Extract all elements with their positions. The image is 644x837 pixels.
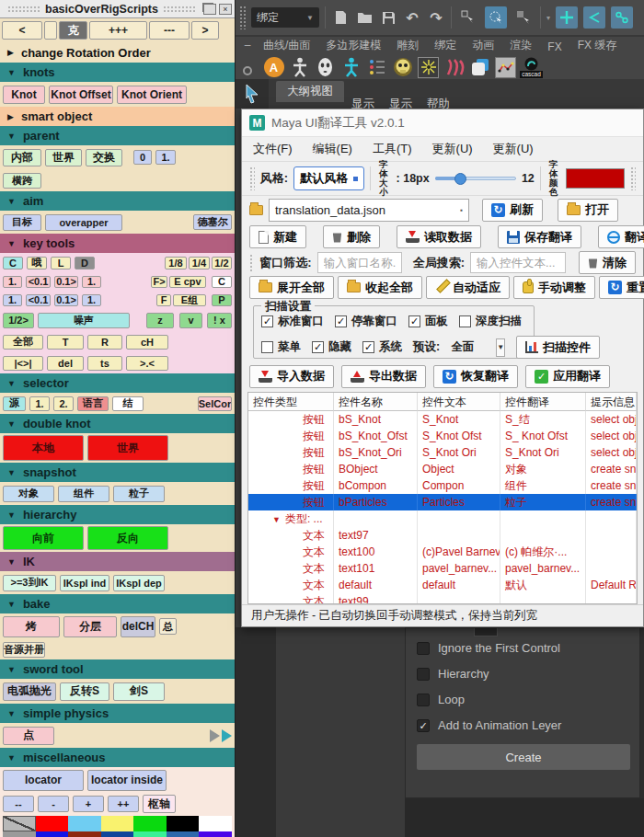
- section-header[interactable]: ▼key tools: [0, 234, 235, 253]
- color-swatch[interactable]: [133, 831, 167, 837]
- save-translation-button[interactable]: 保存翻译: [498, 225, 581, 248]
- table-row[interactable]: 文本defaultdefault默认Default Rota: [248, 577, 637, 593]
- lasso-select-tool-icon[interactable]: [485, 6, 507, 29]
- panel-button[interactable]: R: [87, 335, 122, 350]
- no-color-swatch[interactable]: [3, 816, 36, 831]
- expand-all-button[interactable]: 展开全部: [249, 276, 334, 299]
- color-swatch[interactable]: [167, 816, 200, 831]
- drag-handle-dots[interactable]: [163, 6, 196, 13]
- create-button[interactable]: Create: [417, 744, 630, 770]
- checkbox-box-icon[interactable]: ✓: [335, 315, 347, 327]
- section-header[interactable]: ▼parent: [0, 126, 235, 145]
- color-swatch[interactable]: [3, 831, 36, 837]
- panel-button[interactable]: 枢轴: [143, 795, 176, 813]
- panel-button[interactable]: Knot: [3, 86, 45, 104]
- panel-button[interactable]: 1/4: [189, 257, 210, 269]
- menu-item[interactable]: 更新(U): [432, 141, 473, 157]
- panel-button[interactable]: F>: [151, 276, 167, 288]
- dialog-titlebar[interactable]: M Maya UI翻译工具 v2.0.1: [242, 109, 643, 137]
- panel-button[interactable]: 1/8: [165, 257, 187, 269]
- close-icon[interactable]: ×: [219, 4, 232, 15]
- panel-button[interactable]: 向前: [3, 526, 84, 550]
- panel-button[interactable]: 源: [3, 396, 26, 411]
- section-header[interactable]: ▼sword tool: [0, 659, 235, 679]
- save-scene-icon[interactable]: [379, 8, 397, 27]
- panel-button[interactable]: 1.: [82, 294, 101, 306]
- panel-button[interactable]: 组件: [58, 486, 109, 502]
- graph-icon[interactable]: [495, 57, 516, 78]
- shelf-tab[interactable]: 曲线/曲面: [263, 38, 310, 53]
- color-swatch[interactable]: [101, 831, 134, 837]
- skull-icon[interactable]: [392, 57, 413, 78]
- redo-icon[interactable]: ↷: [427, 8, 445, 27]
- menu-item[interactable]: 显示: [389, 97, 412, 109]
- float-window-icon[interactable]: [203, 4, 216, 15]
- panel-button[interactable]: F: [156, 294, 171, 306]
- translate-tool-button[interactable]: 翻译工具: [598, 225, 644, 248]
- panel-button[interactable]: >.<: [126, 356, 168, 371]
- font-color-swatch[interactable]: [566, 168, 625, 189]
- import-data-button[interactable]: 导入数据: [249, 365, 334, 388]
- preset-dropdown-button[interactable]: ▼: [496, 338, 505, 357]
- panel-button[interactable]: <0.1: [26, 276, 51, 288]
- restore-translation-button[interactable]: ↻恢复翻译: [433, 365, 518, 388]
- table-header-cell[interactable]: 控件翻译: [500, 393, 586, 411]
- global-search-input[interactable]: [470, 252, 566, 273]
- panel-button[interactable]: E组: [173, 294, 206, 306]
- shelf-tab[interactable]: 动画: [472, 38, 494, 53]
- play-icon[interactable]: [210, 729, 220, 742]
- open-button[interactable]: 打开: [558, 199, 618, 222]
- select-cursor-icon[interactable]: [236, 79, 269, 109]
- shelf-tab[interactable]: FX 缓存: [578, 38, 617, 53]
- panel-button[interactable]: 2.: [53, 396, 74, 411]
- color-swatch[interactable]: [199, 816, 232, 831]
- panel-button[interactable]: 0.1>: [54, 276, 78, 288]
- table-row[interactable]: 按钮bS_KnotS_KnotS_结select object: [248, 411, 637, 428]
- checkbox-box-icon[interactable]: ✓: [417, 719, 430, 732]
- panel-button[interactable]: 1.: [3, 276, 22, 288]
- color-swatch[interactable]: [101, 816, 134, 831]
- checkbox[interactable]: Ignore the First Control: [417, 641, 639, 655]
- panel-button[interactable]: 烤: [3, 616, 60, 637]
- panel-button[interactable]: 反向: [87, 526, 168, 550]
- font-size-slider[interactable]: [435, 173, 516, 184]
- panel-button[interactable]: D: [75, 257, 95, 269]
- menu-item[interactable]: 帮助: [427, 97, 450, 109]
- panel-button[interactable]: E cpv: [169, 276, 206, 288]
- panel-button[interactable]: ! x: [207, 313, 232, 328]
- open-scene-icon[interactable]: [355, 8, 374, 27]
- panel-button[interactable]: v: [179, 313, 202, 328]
- checkbox-box-icon[interactable]: [417, 642, 430, 655]
- panel-button[interactable]: L: [51, 257, 71, 269]
- refresh-button[interactable]: ↻刷新: [482, 199, 543, 222]
- section-header[interactable]: ▶smart object: [0, 107, 235, 126]
- window-filter-input[interactable]: [317, 252, 402, 273]
- cascadeur-icon[interactable]: cascad: [521, 55, 542, 79]
- section-header[interactable]: ▼IK: [0, 552, 235, 571]
- undo-icon[interactable]: ↶: [403, 8, 421, 27]
- menu-item[interactable]: 工具(T): [373, 141, 412, 157]
- section-header[interactable]: ▼aim: [0, 191, 235, 211]
- checkbox-box-icon[interactable]: ✓: [362, 341, 374, 353]
- menu-item[interactable]: 文件(F): [253, 141, 293, 157]
- panel-button[interactable]: 1.: [82, 276, 101, 288]
- menu-item[interactable]: 编辑(E): [313, 141, 352, 157]
- toolbar-drag-handle[interactable]: [239, 6, 246, 29]
- panel-button[interactable]: C: [212, 276, 232, 288]
- panel-button[interactable]: 内部: [3, 149, 41, 166]
- cube-icon[interactable]: [469, 57, 490, 78]
- section-header[interactable]: ▼bake: [0, 594, 235, 613]
- panel-button[interactable]: 1.: [155, 150, 176, 165]
- character-cyan-icon[interactable]: [340, 57, 362, 78]
- panel-button[interactable]: 世界: [87, 435, 168, 461]
- panel-button[interactable]: Knot Orient: [117, 86, 187, 104]
- checkbox[interactable]: 菜单: [261, 339, 301, 355]
- checkbox[interactable]: ✓隐藏: [312, 339, 351, 355]
- color-swatch[interactable]: [199, 831, 232, 837]
- play-icon[interactable]: [222, 729, 232, 742]
- menu-item[interactable]: 更新(U): [493, 141, 534, 157]
- color-list-icon[interactable]: [366, 57, 387, 78]
- table-row[interactable]: 按钮bS_Knot_OriS_Knot OriS_Knot Oriselect …: [248, 444, 637, 461]
- panel-button[interactable]: IKspl dep: [113, 575, 165, 591]
- checkbox[interactable]: ✓面板: [408, 314, 448, 329]
